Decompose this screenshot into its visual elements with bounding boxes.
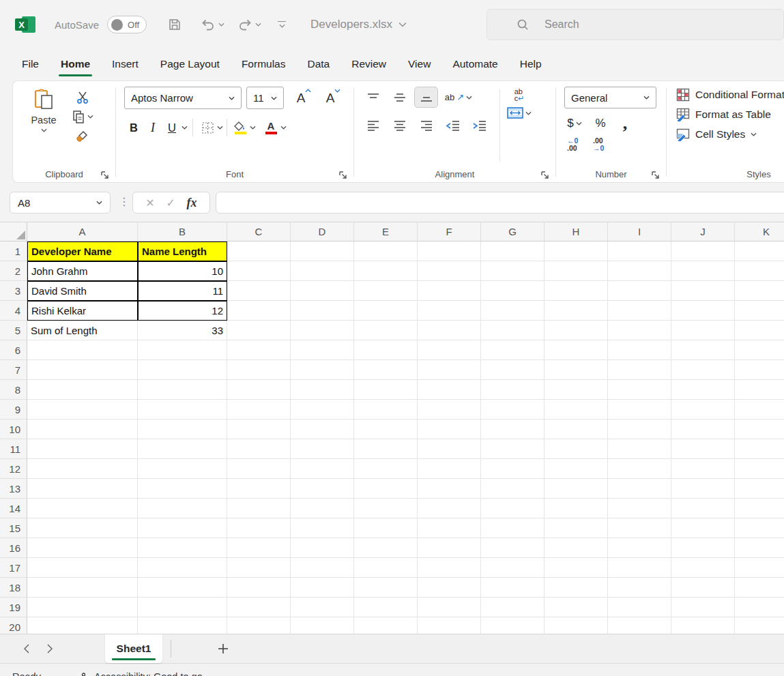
cell-H13[interactable] bbox=[545, 479, 608, 499]
autosave-toggle[interactable]: Off bbox=[107, 16, 147, 33]
tab-file[interactable]: File bbox=[11, 49, 50, 80]
cell-F12[interactable] bbox=[418, 459, 481, 479]
cell-A11[interactable] bbox=[27, 439, 138, 459]
row-header-9[interactable]: 9 bbox=[0, 400, 27, 420]
cell-J5[interactable] bbox=[671, 321, 735, 340]
currency-format-button[interactable]: $ bbox=[564, 115, 585, 132]
formula-bar-grip-icon[interactable]: ⋮ bbox=[119, 195, 130, 208]
row-header-12[interactable]: 12 bbox=[0, 459, 27, 479]
cell-I12[interactable] bbox=[608, 459, 671, 479]
cell-I10[interactable] bbox=[608, 420, 671, 439]
redo-button[interactable] bbox=[237, 17, 261, 32]
cell-G1[interactable] bbox=[481, 241, 545, 261]
cell-D10[interactable] bbox=[291, 420, 354, 439]
cell-E2[interactable] bbox=[354, 261, 418, 281]
cell-K17[interactable] bbox=[735, 558, 784, 578]
cell-C13[interactable] bbox=[227, 479, 291, 499]
fill-color-dropdown-icon[interactable] bbox=[250, 126, 256, 130]
cell-G20[interactable] bbox=[481, 617, 545, 634]
previous-sheet-button[interactable] bbox=[15, 634, 38, 663]
row-header-18[interactable]: 18 bbox=[0, 578, 27, 598]
cell-D16[interactable] bbox=[291, 538, 354, 558]
cell-B15[interactable] bbox=[138, 518, 227, 538]
cell-G11[interactable] bbox=[481, 439, 545, 459]
cell-F14[interactable] bbox=[418, 499, 481, 518]
cell-A12[interactable] bbox=[27, 459, 138, 479]
fill-color-button[interactable] bbox=[231, 117, 250, 138]
cell-K2[interactable] bbox=[735, 261, 784, 281]
cell-F3[interactable] bbox=[418, 281, 481, 301]
cell-D15[interactable] bbox=[291, 518, 354, 538]
column-header-G[interactable]: G bbox=[481, 222, 545, 241]
font-color-dropdown-icon[interactable] bbox=[280, 126, 287, 130]
underline-dropdown-icon[interactable] bbox=[182, 126, 188, 130]
cell-K10[interactable] bbox=[735, 420, 784, 439]
cell-C19[interactable] bbox=[227, 598, 291, 617]
cell-J15[interactable] bbox=[671, 518, 735, 538]
cell-B20[interactable] bbox=[138, 617, 227, 634]
cell-I9[interactable] bbox=[608, 400, 671, 420]
row-header-13[interactable]: 13 bbox=[0, 479, 27, 499]
cell-I3[interactable] bbox=[608, 281, 671, 301]
cell-H8[interactable] bbox=[545, 380, 608, 400]
cell-H1[interactable] bbox=[545, 241, 608, 261]
cell-E1[interactable] bbox=[354, 241, 418, 261]
cell-K19[interactable] bbox=[735, 598, 784, 617]
cell-I2[interactable] bbox=[608, 261, 671, 281]
alignment-launcher[interactable] bbox=[540, 171, 549, 179]
cell-C14[interactable] bbox=[227, 499, 291, 518]
cell-C11[interactable] bbox=[227, 439, 291, 459]
cell-I14[interactable] bbox=[608, 499, 671, 518]
cell-F2[interactable] bbox=[418, 261, 481, 281]
cell-B6[interactable] bbox=[138, 340, 227, 360]
font-color-button[interactable]: A bbox=[261, 117, 280, 138]
cell-E6[interactable] bbox=[354, 340, 418, 360]
cell-I18[interactable] bbox=[608, 578, 671, 598]
cell-C16[interactable] bbox=[227, 538, 291, 558]
cell-H17[interactable] bbox=[545, 558, 608, 578]
cell-I7[interactable] bbox=[608, 360, 671, 380]
tab-page-layout[interactable]: Page Layout bbox=[149, 49, 231, 80]
font-name-select[interactable]: Aptos Narrow bbox=[124, 87, 242, 109]
cell-D20[interactable] bbox=[291, 617, 354, 634]
cell-B10[interactable] bbox=[138, 420, 227, 439]
cell-D14[interactable] bbox=[291, 499, 354, 518]
cell-F16[interactable] bbox=[418, 538, 481, 558]
cell-B17[interactable] bbox=[138, 558, 227, 578]
tab-formulas[interactable]: Formulas bbox=[231, 49, 297, 80]
cell-J2[interactable] bbox=[671, 261, 735, 281]
cell-F5[interactable] bbox=[418, 321, 481, 340]
cell-K11[interactable] bbox=[735, 439, 784, 459]
cell-E12[interactable] bbox=[354, 459, 418, 479]
cell-F11[interactable] bbox=[418, 439, 481, 459]
cell-B4[interactable]: 12 bbox=[138, 301, 227, 321]
decrease-decimal-button[interactable]: ←0 .00 bbox=[564, 137, 589, 151]
cell-E8[interactable] bbox=[354, 380, 418, 400]
cell-A3[interactable]: David Smith bbox=[27, 281, 138, 301]
cell-J13[interactable] bbox=[671, 479, 735, 499]
cell-B12[interactable] bbox=[138, 459, 227, 479]
cell-H10[interactable] bbox=[545, 420, 608, 439]
cancel-button[interactable]: ✕ bbox=[145, 196, 154, 209]
decrease-font-size-button[interactable]: A bbox=[318, 87, 343, 109]
column-header-D[interactable]: D bbox=[291, 222, 354, 241]
cell-G17[interactable] bbox=[481, 558, 545, 578]
borders-dropdown-icon[interactable] bbox=[217, 126, 223, 130]
cell-E10[interactable] bbox=[354, 420, 418, 439]
row-header-3[interactable]: 3 bbox=[0, 281, 27, 301]
cell-A2[interactable]: John Grahm bbox=[27, 261, 138, 281]
cell-D4[interactable] bbox=[291, 301, 354, 321]
cell-H16[interactable] bbox=[545, 538, 608, 558]
cell-K16[interactable] bbox=[735, 538, 784, 558]
cell-A16[interactable] bbox=[27, 538, 138, 558]
row-header-15[interactable]: 15 bbox=[0, 518, 27, 538]
cell-E19[interactable] bbox=[354, 598, 418, 617]
format-as-table-button[interactable]: Format as Table bbox=[676, 108, 784, 121]
cell-A13[interactable] bbox=[27, 479, 138, 499]
row-header-16[interactable]: 16 bbox=[0, 538, 27, 558]
select-all-corner[interactable] bbox=[0, 222, 27, 241]
cell-G18[interactable] bbox=[481, 578, 545, 598]
name-box[interactable]: A8 bbox=[10, 192, 111, 214]
merge-dropdown-icon[interactable] bbox=[525, 111, 532, 115]
search-box[interactable]: Search bbox=[487, 9, 784, 40]
